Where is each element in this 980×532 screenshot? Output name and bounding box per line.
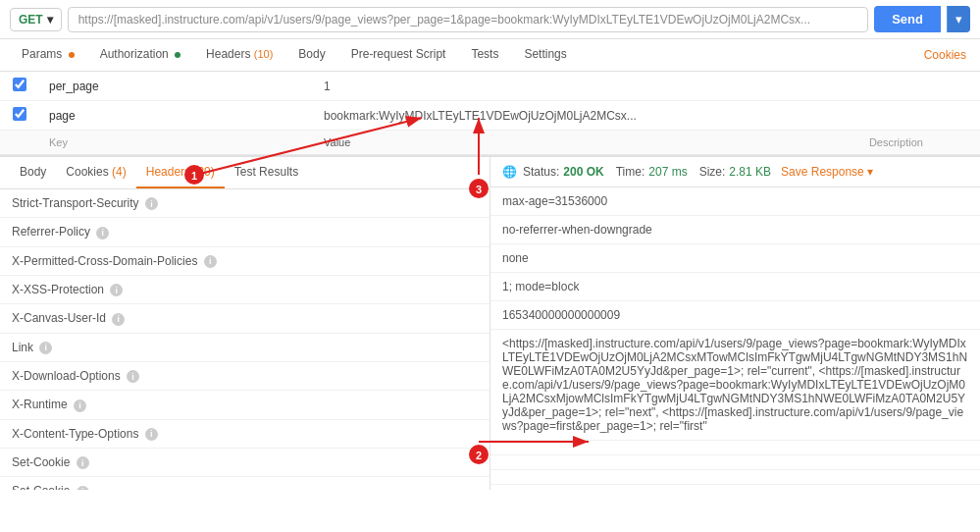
header-row: X-Download-Options i (0, 361, 490, 390)
params-dot (69, 52, 75, 58)
param-header-row: Key Value Description (0, 131, 980, 155)
tab-response-headers[interactable]: Headers (30) (136, 157, 225, 188)
response-tabs-row: Body Cookies (4) Headers (30) Test Resul… (0, 157, 490, 189)
header-row: X-XSS-Protection i (0, 275, 490, 303)
info-icon[interactable]: i (39, 342, 52, 354)
split-area: Body Cookies (4) Headers (30) Test Resul… (0, 156, 980, 490)
header-name-4: X-Canvas-User-Id i (0, 304, 490, 333)
header-row: X-Canvas-User-Id i (0, 304, 490, 333)
header-name-7: X-Runtime i (0, 391, 490, 419)
header-value-row (490, 470, 980, 485)
header-value-1: no-referrer-when-downgrade (490, 216, 980, 244)
header-name-5: Link i (0, 333, 490, 361)
param-row: page bookmark:WyIyMDIxLTEyLTE1VDEwOjUzOj… (0, 101, 980, 131)
header-row: Referrer-Policy i (0, 218, 490, 246)
method-label: GET (19, 13, 43, 27)
param-key-0: per_page (39, 72, 314, 101)
tab-response-cookies[interactable]: Cookies (4) (56, 157, 135, 188)
header-name-2: X-Permitted-Cross-Domain-Policies i (0, 246, 490, 275)
tab-settings[interactable]: Settings (512, 39, 578, 71)
info-icon[interactable]: i (110, 284, 123, 296)
header-name-0: Strict-Transport-Security i (0, 189, 490, 218)
header-name-6: X-Download-Options i (0, 361, 490, 390)
globe-icon: 🌐 (502, 165, 517, 179)
param-checkbox-1[interactable] (13, 107, 26, 121)
header-value-row: 165340000000000009 (490, 301, 980, 330)
header-values-table: max-age=31536000no-referrer-when-downgra… (490, 187, 980, 490)
header-value-5: <https://[masked].instructure.com/api/v1… (490, 330, 980, 441)
header-value-2: none (490, 244, 980, 273)
param-checkbox-0[interactable] (13, 78, 26, 91)
headers-table: Strict-Transport-Security iReferrer-Poli… (0, 189, 490, 490)
tab-test-results[interactable]: Test Results (225, 157, 308, 188)
tab-authorization[interactable]: Authorization (88, 39, 192, 71)
header-row: X-Content-Type-Options i (0, 419, 490, 448)
headers-scroll-area[interactable]: Strict-Transport-Security iReferrer-Poli… (0, 189, 490, 490)
header-value-row: <https://[masked].instructure.com/api/v1… (490, 330, 980, 441)
params-table: per_page 1 page bookmark:WyIyMDIxLTEyLTE… (0, 72, 980, 155)
header-value-7 (490, 455, 980, 470)
right-panel: 🌐 Status: 200 OK Time: 207 ms Size: 2.81… (490, 157, 980, 490)
request-tabs-row: Params Authorization Headers (10) Body P… (0, 39, 980, 72)
header-value-row: _csrf_token=4xCfWECEQPzcnwk6sE7UYhz3Gunv… (490, 485, 980, 491)
header-value-0: max-age=31536000 (490, 187, 980, 216)
param-desc-0 (859, 72, 980, 101)
param-value-1: bookmark:WyIyMDIxLTEyLTE1VDEwOjUzOjM0LjA… (314, 101, 859, 131)
tab-params[interactable]: Params (10, 39, 86, 71)
url-input[interactable] (68, 7, 869, 32)
header-values-scroll[interactable]: max-age=31536000no-referrer-when-downgra… (490, 187, 980, 490)
value-header: Value (314, 131, 859, 155)
header-value-row (490, 455, 980, 470)
send-button[interactable]: Send (874, 6, 941, 32)
key-header: Key (39, 131, 314, 155)
header-row: Set-Cookie i (0, 477, 490, 490)
header-row: Set-Cookie i (0, 448, 490, 476)
params-section: per_page 1 page bookmark:WyIyMDIxLTEyLTE… (0, 72, 980, 156)
info-icon[interactable]: i (127, 370, 139, 383)
tab-body[interactable]: Body (286, 39, 336, 71)
header-value-row: max-age=31536000 (490, 187, 980, 216)
header-row: Strict-Transport-Security i (0, 189, 490, 218)
header-name-8: X-Content-Type-Options i (0, 419, 490, 448)
header-row: Link i (0, 333, 490, 361)
desc-header: Description (859, 131, 980, 155)
info-icon[interactable]: i (145, 197, 158, 210)
method-selector[interactable]: GET ▾ (10, 8, 62, 31)
header-value-8 (490, 470, 980, 485)
header-value-3: 1; mode=block (490, 273, 980, 301)
save-dropdown-icon: ▾ (867, 165, 873, 179)
header-value-row (490, 441, 980, 455)
info-icon[interactable]: i (74, 399, 86, 412)
header-value-row: no-referrer-when-downgrade (490, 216, 980, 244)
tab-prerequest[interactable]: Pre-request Script (339, 39, 458, 71)
method-dropdown-icon: ▾ (47, 13, 53, 27)
send-dropdown-button[interactable]: ▾ (947, 6, 970, 32)
header-name-1: Referrer-Policy i (0, 218, 490, 246)
tab-tests[interactable]: Tests (459, 39, 510, 71)
header-name-9: Set-Cookie i (0, 448, 490, 476)
url-bar: GET ▾ Send ▾ (0, 0, 980, 39)
header-row: X-Permitted-Cross-Domain-Policies i (0, 246, 490, 275)
cookies-link[interactable]: Cookies (920, 40, 970, 70)
tab-headers[interactable]: Headers (10) (194, 39, 284, 71)
param-value-0: 1 (314, 72, 859, 101)
save-response-button[interactable]: Save Response ▾ (781, 165, 873, 179)
info-icon[interactable]: i (145, 428, 158, 441)
status-bar: 🌐 Status: 200 OK Time: 207 ms Size: 2.81… (490, 157, 980, 187)
header-value-9: _csrf_token=4xCfWECEQPzcnwk6sE7UYhz3Gunv… (490, 485, 980, 491)
info-icon[interactable]: i (77, 456, 89, 469)
auth-dot (175, 52, 181, 58)
info-icon[interactable]: i (96, 227, 109, 239)
header-name-10: Set-Cookie i (0, 477, 490, 490)
info-icon[interactable]: i (204, 255, 217, 268)
header-value-4: 165340000000000009 (490, 301, 980, 330)
param-row: per_page 1 (0, 72, 980, 101)
left-panel: Body Cookies (4) Headers (30) Test Resul… (0, 157, 490, 490)
param-desc-1 (859, 101, 980, 131)
info-icon[interactable]: i (77, 486, 89, 490)
header-name-3: X-XSS-Protection i (0, 275, 490, 303)
tab-response-body[interactable]: Body (10, 157, 56, 188)
info-icon[interactable]: i (112, 313, 125, 326)
header-value-6 (490, 441, 980, 455)
header-value-row: none (490, 244, 980, 273)
